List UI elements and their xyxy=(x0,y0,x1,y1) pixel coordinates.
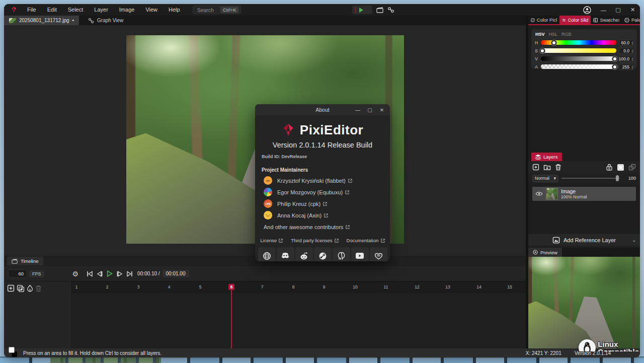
tab-palette[interactable]: Palette xyxy=(622,16,640,24)
hue-value[interactable]: 60.0▴▾ xyxy=(619,40,634,46)
tab-preview[interactable]: Preview xyxy=(528,248,562,257)
menu-edit[interactable]: Edit xyxy=(42,4,62,16)
time-total[interactable]: 00:01.00 xyxy=(163,270,189,277)
timeline-frame[interactable]: 15 xyxy=(505,281,515,293)
value-value[interactable]: 100.0▴▾ xyxy=(619,56,634,62)
saturation-slider[interactable] xyxy=(541,48,616,53)
opacity-knob[interactable] xyxy=(616,175,619,181)
timeline-frame[interactable]: 13 xyxy=(443,281,453,293)
duplicate-frame-icon[interactable] xyxy=(17,284,25,292)
opacity-slider[interactable] xyxy=(561,178,620,179)
timeline-frame[interactable]: 2 xyxy=(102,281,112,293)
timeline-frame[interactable]: 1 xyxy=(71,281,82,293)
add-reference-layer-button[interactable]: Add Reference Layer ⌄ xyxy=(528,234,640,246)
timeline-playhead[interactable] xyxy=(231,288,232,348)
alpha-slider[interactable] xyxy=(541,64,616,69)
timeline-frame[interactable]: 12 xyxy=(412,281,422,293)
link-layers-icon[interactable] xyxy=(628,164,636,171)
timeline-frame[interactable]: 4 xyxy=(164,281,174,293)
timeline-frame[interactable]: 5 xyxy=(195,281,205,293)
blend-mode-dropdown[interactable]: Normal ▾ xyxy=(532,175,558,182)
saturation-value[interactable]: 0.0▴▾ xyxy=(619,48,634,54)
license-link[interactable]: License xyxy=(260,238,283,243)
maintainer-link[interactable]: Krzysztof Krysiński (flabbet) xyxy=(277,178,352,184)
github-button[interactable] xyxy=(333,247,350,261)
chevron-down-icon[interactable]: ⌄ xyxy=(632,238,636,243)
play-button[interactable] xyxy=(106,270,113,277)
visibility-eye-icon[interactable] xyxy=(535,191,543,196)
about-dialog-titlebar[interactable]: About — ▢ ✕ xyxy=(255,104,390,115)
primary-color-swatch[interactable] xyxy=(9,347,15,353)
color-swatch-pair[interactable] xyxy=(8,349,18,357)
play-icon[interactable] xyxy=(359,8,363,13)
timeline-ruler[interactable]: 1 2 3 4 5 6 7 8 9 10 11 12 13 14 15 xyxy=(72,281,526,293)
tab-graph-view[interactable]: Graph View xyxy=(83,16,128,25)
close-button[interactable]: ✕ xyxy=(625,4,640,16)
website-button[interactable] xyxy=(258,247,276,261)
previous-frame-button[interactable] xyxy=(96,270,103,277)
alpha-value[interactable]: 255▴▾ xyxy=(619,64,634,70)
maintainer-link[interactable]: Egor Mozgovoy (Equbuxu) xyxy=(277,189,349,195)
lock-transparency-icon[interactable] xyxy=(606,164,613,171)
timeline-frame[interactable]: 8 xyxy=(288,281,298,293)
timeline-frame[interactable]: 10 xyxy=(350,281,360,293)
add-keyframe-icon[interactable] xyxy=(7,284,15,292)
spinner-icon[interactable]: ▴▾ xyxy=(631,56,633,61)
contributors-link[interactable]: And other awesome contributors xyxy=(264,224,390,230)
alpha-knob[interactable] xyxy=(612,64,617,69)
third-party-licenses-link[interactable]: Third party licenses xyxy=(291,238,338,243)
fps-input[interactable]: 60 xyxy=(8,269,27,278)
timeline-frame[interactable]: 3 xyxy=(133,281,143,293)
timeline-frame[interactable]: 14 xyxy=(474,281,484,293)
timeline-frame[interactable]: 7 xyxy=(257,281,267,293)
value-knob[interactable] xyxy=(612,56,617,61)
timeline-frame[interactable]: 11 xyxy=(381,281,391,293)
onion-skin-icon[interactable] xyxy=(27,284,33,292)
opacity-value[interactable]: 100 xyxy=(623,176,636,181)
dialog-maximize-button[interactable]: ▢ xyxy=(364,104,376,115)
mode-hsv[interactable]: HSV xyxy=(535,32,545,37)
maximize-button[interactable]: ▢ xyxy=(611,4,625,16)
youtube-button[interactable] xyxy=(351,247,369,261)
mask-icon[interactable] xyxy=(617,164,624,171)
sponsor-button[interactable] xyxy=(370,247,387,261)
menu-select[interactable]: Select xyxy=(62,4,89,16)
tab-timeline[interactable]: Timeline xyxy=(7,257,43,265)
clapperboard-icon[interactable] xyxy=(376,7,383,13)
node-graph-icon[interactable] xyxy=(387,7,394,13)
tab-color-picker[interactable]: Color Picker xyxy=(528,16,559,24)
new-folder-icon[interactable] xyxy=(543,164,551,171)
layer-row-image[interactable]: Image 100% Normal xyxy=(532,187,636,201)
mode-rgb[interactable]: RGB xyxy=(561,32,572,37)
menu-file[interactable]: File xyxy=(22,4,42,16)
timeline-frame[interactable]: 9 xyxy=(319,281,329,293)
tab-image-document[interactable]: 20250801_131712.jpg • xyxy=(4,16,79,25)
new-layer-icon[interactable] xyxy=(532,164,539,171)
documentation-link[interactable]: Documentation xyxy=(347,238,385,243)
menu-layer[interactable]: Layer xyxy=(89,4,114,16)
timeline-track-area[interactable] xyxy=(72,293,526,348)
discord-button[interactable] xyxy=(277,247,294,261)
tab-layers[interactable]: Layers xyxy=(531,153,562,161)
account-icon[interactable] xyxy=(583,6,591,14)
mode-hsl[interactable]: HSL xyxy=(549,32,558,37)
skip-to-end-button[interactable] xyxy=(126,270,133,277)
tab-swatches[interactable]: Swatches xyxy=(591,16,622,24)
dialog-close-button[interactable]: ✕ xyxy=(376,104,388,115)
playback-scrubber[interactable] xyxy=(352,6,372,14)
steam-button[interactable] xyxy=(314,247,332,261)
saturation-knob[interactable] xyxy=(540,48,545,53)
spinner-icon[interactable]: ▴▾ xyxy=(631,40,633,45)
minimize-button[interactable]: — xyxy=(596,4,611,16)
value-slider[interactable] xyxy=(541,56,616,61)
dialog-minimize-button[interactable]: — xyxy=(352,104,364,115)
hue-slider[interactable] xyxy=(541,40,616,45)
menu-view[interactable]: View xyxy=(140,4,163,16)
reddit-button[interactable] xyxy=(295,247,313,261)
skip-to-start-button[interactable] xyxy=(86,270,93,277)
next-frame-button[interactable] xyxy=(116,270,123,277)
maintainer-link[interactable]: Anna Kocaj (Axin) xyxy=(277,212,328,219)
delete-layer-icon[interactable] xyxy=(555,164,561,171)
maintainer-link[interactable]: Philip Kreuz (cpk) xyxy=(277,201,327,207)
search-input[interactable]: Search Ctrl+K xyxy=(193,6,241,14)
